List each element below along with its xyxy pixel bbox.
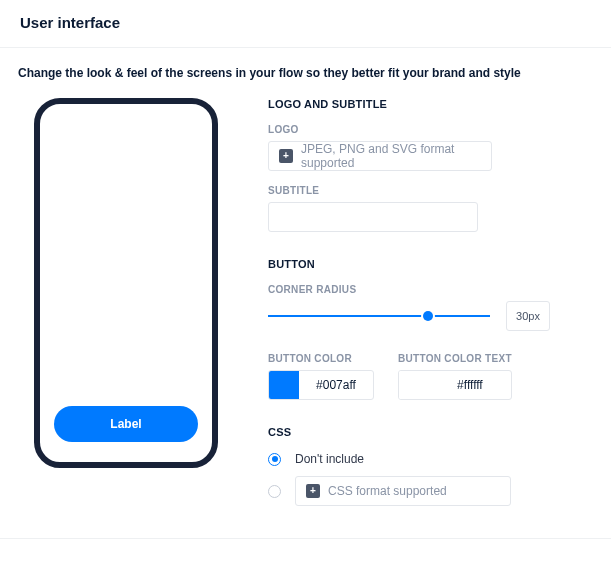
button-color-value: #007aff — [299, 378, 373, 392]
logo-upload-input[interactable]: JPEG, PNG and SVG format supported — [268, 141, 492, 171]
button-text-color-label: BUTTON COLOR TEXT — [398, 353, 512, 364]
file-upload-icon — [306, 484, 320, 498]
css-option-dont-include[interactable]: Don't include — [268, 452, 593, 466]
preview-button: Label — [54, 406, 198, 442]
settings-panel: LOGO AND SUBTITLE LOGO JPEG, PNG and SVG… — [268, 98, 593, 516]
css-option-upload[interactable]: CSS format supported — [268, 476, 593, 506]
phone-screen: Label — [40, 104, 212, 462]
button-text-color-swatch[interactable] — [399, 371, 429, 399]
subtitle-input[interactable] — [268, 202, 478, 232]
page-description: Change the look & feel of the screens in… — [0, 48, 611, 80]
button-text-color-input[interactable]: #ffffff — [398, 370, 512, 400]
section-title-button: BUTTON — [268, 258, 593, 270]
section-title-css: CSS — [268, 426, 593, 438]
corner-radius-value[interactable]: 30px — [506, 301, 550, 331]
file-upload-icon — [279, 149, 293, 163]
divider-bottom — [0, 538, 611, 539]
radio-dont-include[interactable] — [268, 453, 281, 466]
corner-radius-slider[interactable] — [268, 308, 490, 324]
section-title-logo-subtitle: LOGO AND SUBTITLE — [268, 98, 593, 110]
slider-track — [268, 315, 490, 317]
button-color-swatch[interactable] — [269, 371, 299, 399]
css-upload-input[interactable]: CSS format supported — [295, 476, 511, 506]
button-color-input[interactable]: #007aff — [268, 370, 374, 400]
css-dont-include-label: Don't include — [295, 452, 364, 466]
subtitle-label: SUBTITLE — [268, 185, 593, 196]
logo-label: LOGO — [268, 124, 593, 135]
phone-frame: Label — [34, 98, 218, 468]
page-title: User interface — [0, 0, 611, 47]
logo-upload-placeholder: JPEG, PNG and SVG format supported — [301, 142, 481, 170]
content-row: Label LOGO AND SUBTITLE LOGO JPEG, PNG a… — [0, 80, 611, 538]
button-color-label: BUTTON COLOR — [268, 353, 374, 364]
radio-upload[interactable] — [268, 485, 281, 498]
corner-radius-label: CORNER RADIUS — [268, 284, 593, 295]
phone-preview: Label — [34, 98, 218, 516]
button-text-color-value: #ffffff — [429, 378, 511, 392]
slider-thumb[interactable] — [423, 311, 433, 321]
css-upload-placeholder: CSS format supported — [328, 484, 447, 498]
